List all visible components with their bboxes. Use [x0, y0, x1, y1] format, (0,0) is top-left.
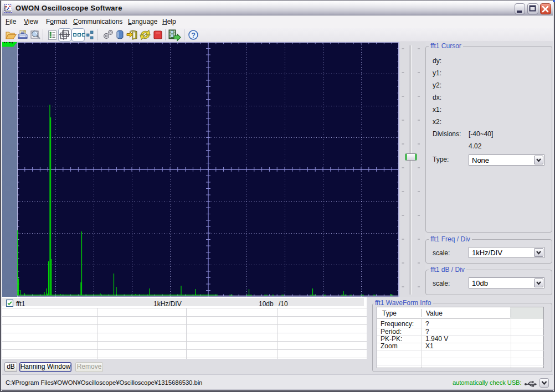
- svg-text:?: ?: [191, 32, 196, 39]
